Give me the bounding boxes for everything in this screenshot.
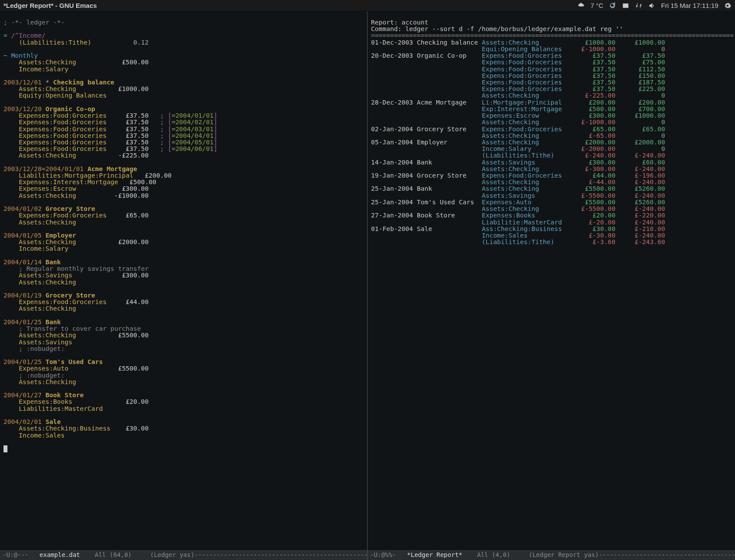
volume-icon[interactable] bbox=[648, 2, 656, 10]
report-row: Assets:Checking £-5500.00 £-240.00 bbox=[371, 206, 732, 212]
modeline-bufname: *Ledger Report* bbox=[407, 551, 462, 558]
modeline-bufname: example.dat bbox=[39, 551, 80, 558]
report-row: 27-Jan-2004 Book Store Expenses:Books £2… bbox=[371, 212, 732, 219]
modeline-modes: (Ledger Report yas) bbox=[528, 551, 598, 558]
report-row: Expens:Food:Groceries £37.50 £112.50 bbox=[371, 66, 732, 73]
window-title: *Ledger Report* - GNU Emacs bbox=[4, 2, 97, 9]
report-row: Assets:Checking £-44.00 £-240.00 bbox=[371, 179, 732, 186]
report-row: Expenses:Escrow £300.00 £1000.00 bbox=[371, 112, 732, 119]
report-row: Income:Salary £-2000.00 0 bbox=[371, 146, 732, 152]
report-row: (Liabilities:Tithe) £-3.60 £-243.60 bbox=[371, 239, 732, 245]
report-row: Expens:Food:Groceries £37.50 £225.00 bbox=[371, 86, 732, 92]
report-row: Income:Sales £-30.00 £-240.00 bbox=[371, 232, 732, 239]
report-row: 01-Dec-2003 Checking balance Assets:Chec… bbox=[371, 39, 732, 46]
settings-icon[interactable] bbox=[724, 2, 732, 10]
report-title: Report: account bbox=[371, 19, 732, 26]
report-row: Liabilitie:MasterCard £-20.00 £-240.00 bbox=[371, 219, 732, 226]
modeline-flags: -U:@%%- bbox=[370, 551, 396, 558]
report-command: Command: ledger --sort d -f /home/borbus… bbox=[371, 26, 732, 32]
refresh-icon[interactable] bbox=[609, 2, 616, 10]
weather-icon bbox=[578, 2, 585, 10]
report-row: Assets:Savings £-5500.00 £-240.00 bbox=[371, 192, 732, 199]
report-row: Expens:Food:Groceries £37.50 £150.00 bbox=[371, 73, 732, 79]
ledger-report[interactable]: Report: account Command: ledger --sort d… bbox=[368, 19, 735, 550]
buffer-ledger-report[interactable]: Report: account Command: ledger --sort d… bbox=[368, 11, 735, 560]
clock: Fri 15 Mar 17:11:19 bbox=[661, 2, 718, 9]
report-row: Expens:Food:Groceries £37.50 £187.50 bbox=[371, 79, 732, 86]
report-row: Assets:Checking £-65.00 0 bbox=[371, 133, 732, 139]
report-row: Expens:Food:Groceries £37.50 £75.00 bbox=[371, 59, 732, 66]
modeline-right: -U:@%%- *Ledger Report* All (4,0) (Ledge… bbox=[368, 550, 735, 560]
report-row: 19-Jan-2004 Grocery Store Expens:Food:Gr… bbox=[371, 172, 732, 179]
text-cursor bbox=[4, 445, 7, 452]
report-row: (Liabilities:Tithe) £-240.00 £-240.00 bbox=[371, 152, 732, 159]
modeline-flags: -U:@--- bbox=[3, 551, 28, 558]
modeline-left: -U:@--- example.dat All (64,0) (Ledger y… bbox=[0, 550, 367, 560]
report-row: 01-Feb-2004 Sale Ass:Checking:Business £… bbox=[371, 226, 732, 232]
report-row: 05-Jan-2004 Employer Assets:Checking £20… bbox=[371, 139, 732, 146]
ledger-source[interactable]: ; -*- ledger -*- = /^Income/ (Liabilitie… bbox=[0, 19, 367, 550]
desktop-topbar: *Ledger Report* - GNU Emacs 7 °C Fri 15 … bbox=[0, 0, 735, 11]
report-row: Assets:Checking £-1000.00 0 bbox=[371, 119, 732, 126]
system-tray: 7 °C Fri 15 Mar 17:11:19 bbox=[578, 2, 732, 10]
report-row: 28-Dec-2003 Acme Mortgage Li:Mortgage:Pr… bbox=[371, 99, 732, 106]
report-row: Equi:Opening Balances £-1000.00 0 bbox=[371, 46, 732, 52]
report-row: 25-Jan-2004 Tom's Used Cars Expenses:Aut… bbox=[371, 199, 732, 206]
network-icon[interactable] bbox=[635, 2, 643, 10]
modeline-modes: (Ledger yas) bbox=[150, 551, 194, 558]
modeline-pos: All (64,0) bbox=[95, 551, 132, 558]
report-row: 14-Jan-2004 Bank Assets:Savings £300.00 … bbox=[371, 159, 732, 166]
report-row: Assets:Checking £-300.00 £-240.00 bbox=[371, 166, 732, 172]
emacs-frame: ; -*- ledger -*- = /^Income/ (Liabilitie… bbox=[0, 11, 735, 560]
report-row: Assets:Checking £-225.00 0 bbox=[371, 92, 732, 99]
report-row: 25-Jan-2004 Bank Assets:Checking £5500.0… bbox=[371, 186, 732, 192]
buffer-example-dat[interactable]: ; -*- ledger -*- = /^Income/ (Liabilitie… bbox=[0, 11, 368, 560]
report-separator: ========================================… bbox=[371, 32, 732, 39]
report-row: 02-Jan-2004 Grocery Store Expens:Food:Gr… bbox=[371, 126, 732, 133]
modeline-pos: All (4,0) bbox=[477, 551, 510, 558]
mail-icon[interactable] bbox=[622, 2, 630, 10]
weather-text: 7 °C bbox=[591, 2, 603, 9]
report-row: Exp:Interest:Mortgage £500.00 £700.00 bbox=[371, 106, 732, 112]
report-row: 20-Dec-2003 Organic Co-op Expens:Food:Gr… bbox=[371, 52, 732, 59]
